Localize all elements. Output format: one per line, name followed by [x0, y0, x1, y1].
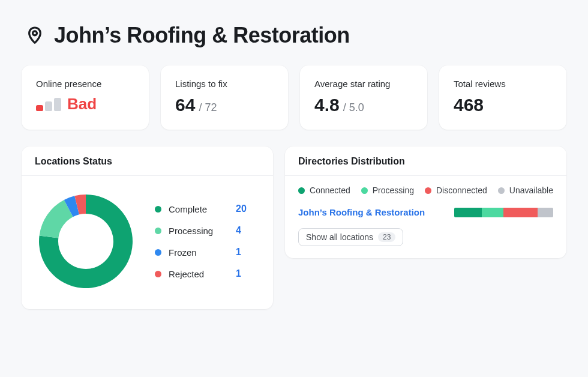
- legend-dot-icon: [425, 187, 431, 194]
- legend-dot-icon: [155, 249, 161, 256]
- page-header: John’s Roofing & Restoration: [25, 22, 566, 49]
- legend-item: Complete 20: [155, 204, 247, 214]
- legend-dot-icon: [155, 271, 161, 277]
- legend-dot-icon: [155, 228, 161, 234]
- metric-label: Total reviews: [454, 79, 552, 89]
- metric-card-listings: Listings to fix 64 / 72: [161, 65, 288, 130]
- directories-distribution-panel: Directories Distribution ConnectedProces…: [285, 146, 566, 258]
- presence-status: Bad: [67, 95, 97, 113]
- legend-dot-icon: [498, 187, 505, 194]
- metric-label: Average star rating: [314, 79, 413, 89]
- dist-legend-item: Connected: [298, 185, 350, 195]
- locations-donut-chart: [35, 190, 137, 292]
- metric-value: 468: [454, 95, 484, 115]
- legend-label: Unavailable: [509, 185, 553, 195]
- location-pin-icon: [25, 25, 44, 47]
- locations-legend: Complete 20 Processing 4 Frozen 1 Reject…: [155, 204, 247, 279]
- metric-card-presence: Online presence Bad: [22, 65, 149, 130]
- dist-segment-processing: [482, 208, 503, 217]
- dist-legend-item: Unavailable: [498, 185, 553, 195]
- show-all-locations-button[interactable]: Show all locations 23: [298, 228, 403, 246]
- legend-value: 1: [236, 268, 241, 279]
- locations-status-panel: Locations Status Complete 20 Processing …: [22, 146, 273, 309]
- legend-label: Processing: [373, 185, 414, 195]
- distribution-bar: [454, 208, 553, 217]
- metrics-row: Online presence Bad Listings to fix 64 /…: [22, 65, 566, 130]
- show-all-label: Show all locations: [306, 232, 373, 242]
- metric-value: 64: [175, 95, 195, 115]
- dist-segment-unavailable: [538, 208, 553, 217]
- dist-legend-item: Disconnected: [425, 185, 487, 195]
- metric-label: Listings to fix: [175, 79, 274, 89]
- legend-label: Disconnected: [436, 185, 487, 195]
- dist-segment-connected: [454, 208, 482, 217]
- metric-label: Online presence: [36, 79, 134, 89]
- legend-item: Frozen 1: [155, 247, 247, 258]
- dist-segment-disconnected: [503, 208, 537, 217]
- legend-label: Connected: [310, 185, 350, 195]
- legend-dot-icon: [155, 206, 161, 213]
- metric-suffix: / 5.0: [343, 101, 364, 114]
- dist-legend-item: Processing: [361, 185, 414, 195]
- legend-label: Frozen: [169, 247, 229, 258]
- legend-item: Rejected 1: [155, 268, 247, 279]
- distribution-legend: ConnectedProcessingDisconnectedUnavailab…: [298, 185, 553, 195]
- metric-value: 4.8: [314, 95, 340, 115]
- legend-item: Processing 4: [155, 225, 247, 236]
- panel-title: Locations Status: [22, 146, 273, 176]
- metric-card-rating: Average star rating 4.8 / 5.0: [300, 65, 427, 130]
- legend-value: 20: [236, 204, 247, 214]
- svg-point-0: [33, 31, 37, 35]
- legend-label: Rejected: [169, 269, 229, 279]
- legend-dot-icon: [298, 187, 305, 194]
- legend-value: 1: [236, 247, 241, 258]
- metric-suffix: / 72: [199, 101, 217, 114]
- locations-count-badge: 23: [378, 232, 395, 242]
- panels-row: Locations Status Complete 20 Processing …: [22, 146, 566, 309]
- legend-value: 4: [236, 225, 241, 236]
- distribution-row-name[interactable]: John’s Roofing & Restoration: [298, 207, 425, 217]
- legend-dot-icon: [361, 187, 368, 194]
- panel-title: Directories Distribution: [285, 146, 566, 176]
- legend-label: Processing: [169, 226, 229, 236]
- page-title: John’s Roofing & Restoration: [54, 22, 350, 49]
- signal-strength-icon: [36, 98, 61, 111]
- legend-label: Complete: [169, 204, 229, 214]
- metric-card-reviews: Total reviews 468: [439, 65, 566, 130]
